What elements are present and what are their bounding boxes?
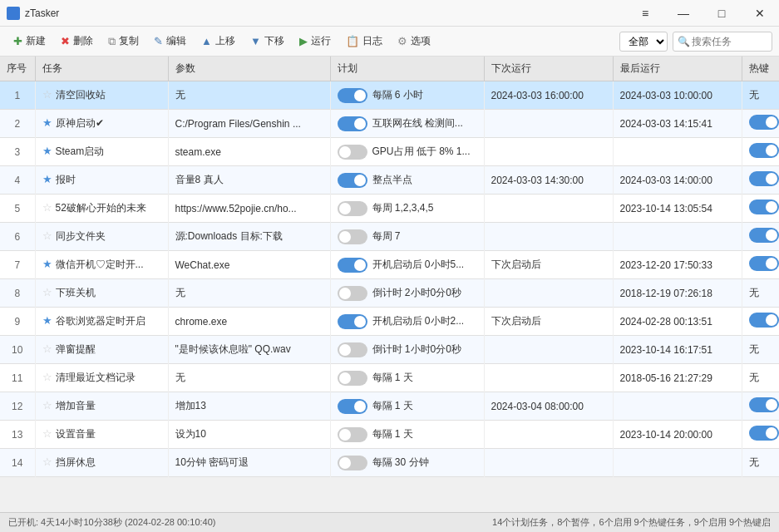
options-button[interactable]: ⚙ 选项	[391, 31, 437, 52]
table-row[interactable]: 6 ☆同步文件夹 源:Downloads 目标:下载 每周 7 Ctrl+Alt…	[0, 223, 779, 251]
plan-toggle[interactable]	[338, 88, 367, 103]
cell-task: ★微信开机♡定时开...	[35, 251, 168, 279]
plan-text: GPU占用 低于 8% 1...	[372, 145, 471, 159]
toolbar: ✚ 新建 ✖ 删除 ⧉ 复制 ✎ 编辑 ▲ 上移 ▼ 下移 ▶ 运行 📋 日志 …	[0, 27, 779, 57]
star-icon[interactable]: ☆	[42, 371, 52, 383]
cell-hotkey: Ctrl+Alt+9	[742, 308, 779, 336]
hotkey-toggle[interactable]	[749, 171, 779, 186]
star-icon[interactable]: ☆	[42, 286, 52, 298]
star-icon[interactable]: ☆	[42, 342, 52, 355]
star-icon[interactable]: ☆	[42, 399, 52, 411]
cell-next-run	[484, 364, 613, 392]
cell-next-run	[484, 336, 613, 364]
star-icon[interactable]: ★	[42, 258, 52, 270]
cell-next-run: 下次启动后	[484, 251, 613, 279]
cell-params: C:/Program Files/Genshin ...	[168, 110, 330, 138]
app-title: zTasker	[25, 7, 59, 19]
cell-task: ★谷歌浏览器定时开启	[35, 308, 168, 336]
hotkey-toggle[interactable]	[749, 228, 779, 243]
hotkey-toggle[interactable]	[749, 143, 779, 158]
star-icon[interactable]: ★	[42, 173, 52, 185]
filter-select[interactable]: 全部	[619, 32, 668, 52]
plan-toggle[interactable]	[338, 427, 367, 442]
cell-seq: 2	[0, 110, 35, 138]
cell-seq: 3	[0, 138, 35, 166]
star-icon[interactable]: ★	[42, 145, 52, 157]
delete-button[interactable]: ✖ 删除	[54, 31, 100, 52]
table-wrapper[interactable]: 序号 任务 参数 计划 下次运行 最后运行 热键 1 ☆清空回收站 无 每隔 6…	[0, 57, 779, 512]
hotkey-toggle[interactable]	[749, 200, 779, 214]
menu-button[interactable]: ≡	[626, 0, 664, 27]
hotkey-text: 无	[749, 287, 759, 298]
table-row[interactable]: 7 ★微信开机♡定时开... WeChat.exe 开机启动后 0小时5... …	[0, 251, 779, 279]
table-row[interactable]: 12 ☆增加音量 增加13 每隔 1 天 2024-03-04 08:00:00…	[0, 392, 779, 421]
hotkey-toggle[interactable]	[749, 426, 779, 441]
cell-plan: 每隔 1 天	[330, 364, 484, 392]
plan-toggle[interactable]	[338, 286, 367, 301]
cell-task: ☆增加音量	[35, 392, 168, 421]
plan-toggle[interactable]	[338, 258, 367, 273]
cell-params: chrome.exe	[168, 308, 330, 336]
down-label: 下移	[264, 34, 284, 48]
cell-hotkey: Ctrl+Alt+H	[742, 195, 779, 223]
hotkey-toggle[interactable]	[749, 313, 779, 328]
star-icon[interactable]: ☆	[42, 201, 52, 214]
table-row[interactable]: 2 ★原神启动✔ C:/Program Files/Genshin ... 互联…	[0, 110, 779, 138]
table-row[interactable]: 8 ☆下班关机 无 倒计时 2小时0分0秒 2018-12-19 07:26:1…	[0, 279, 779, 308]
star-icon[interactable]: ★	[42, 314, 52, 327]
options-icon: ⚙	[397, 35, 407, 47]
star-icon[interactable]: ☆	[42, 88, 52, 101]
plan-toggle[interactable]	[338, 229, 367, 244]
star-icon[interactable]: ★	[42, 116, 52, 129]
header-seq[interactable]: 序号	[0, 57, 35, 81]
plan-toggle[interactable]	[338, 145, 367, 160]
table-row[interactable]: 5 ☆52破解心开始的未来 https://www.52pojie.cn/ho.…	[0, 195, 779, 223]
table-row[interactable]: 9 ★谷歌浏览器定时开启 chrome.exe 开机启动后 0小时2... 下次…	[0, 308, 779, 336]
plan-toggle[interactable]	[338, 116, 367, 131]
star-icon[interactable]: ☆	[42, 427, 52, 440]
hotkey-toggle[interactable]	[749, 115, 779, 130]
table-row[interactable]: 1 ☆清空回收站 无 每隔 6 小时 2024-03-03 16:00:00 2…	[0, 81, 779, 110]
table-row[interactable]: 4 ★报时 音量8 真人 整点半点 2024-03-03 14:30:00 20…	[0, 166, 779, 195]
header-params[interactable]: 参数	[168, 57, 330, 81]
table-row[interactable]: 3 ★Steam启动 steam.exe GPU占用 低于 8% 1... Ct…	[0, 138, 779, 166]
plan-toggle[interactable]	[338, 371, 367, 386]
close-button[interactable]: ✕	[741, 0, 779, 27]
header-task[interactable]: 任务	[35, 57, 168, 81]
edit-button[interactable]: ✎ 编辑	[147, 31, 193, 52]
table-row[interactable]: 10 ☆弹窗提醒 "是时候该休息啦" QQ.wav 倒计时 1小时0分0秒 20…	[0, 336, 779, 364]
table-row[interactable]: 11 ☆清理最近文档记录 无 每隔 1 天 2018-05-16 21:27:2…	[0, 364, 779, 392]
maximize-button[interactable]: □	[703, 0, 741, 27]
minimize-button[interactable]: —	[664, 0, 703, 27]
down-button[interactable]: ▼ 下移	[244, 31, 291, 52]
plan-toggle[interactable]	[338, 314, 367, 329]
hotkey-toggle[interactable]	[749, 256, 779, 271]
log-button[interactable]: 📋 日志	[339, 31, 389, 52]
plan-text: 倒计时 2小时0分0秒	[372, 286, 461, 300]
cell-last-run: 2018-05-16 21:27:29	[613, 364, 742, 392]
cell-params: 无	[168, 81, 330, 110]
plan-toggle[interactable]	[338, 456, 367, 470]
cell-hotkey: Ctrl+Alt+5	[742, 138, 779, 166]
edit-label: 编辑	[166, 34, 186, 48]
cell-hotkey: Ctrl+Alt+V	[742, 223, 779, 251]
cell-task: ☆同步文件夹	[35, 223, 168, 251]
plan-toggle[interactable]	[338, 173, 367, 188]
plan-toggle[interactable]	[338, 342, 367, 357]
header-hotkey[interactable]: 热键	[742, 57, 779, 81]
run-button[interactable]: ▶ 运行	[293, 31, 338, 52]
copy-button[interactable]: ⧉ 复制	[101, 31, 145, 52]
header-last-run[interactable]: 最后运行	[613, 57, 742, 81]
new-button[interactable]: ✚ 新建	[7, 31, 52, 52]
table-row[interactable]: 14 ☆挡屏休息 10分钟 密码可退 每隔 30 分钟 无	[0, 449, 779, 477]
new-label: 新建	[26, 34, 46, 48]
hotkey-toggle[interactable]	[749, 397, 779, 412]
plan-toggle[interactable]	[338, 201, 367, 216]
plan-toggle[interactable]	[338, 399, 367, 414]
table-row[interactable]: 13 ☆设置音量 设为10 每隔 1 天 2023-10-14 20:00:00…	[0, 421, 779, 449]
star-icon[interactable]: ☆	[42, 456, 52, 468]
star-icon[interactable]: ☆	[42, 229, 52, 242]
up-button[interactable]: ▲ 上移	[195, 31, 242, 52]
header-plan[interactable]: 计划	[330, 57, 484, 81]
header-next-run[interactable]: 下次运行	[484, 57, 613, 81]
